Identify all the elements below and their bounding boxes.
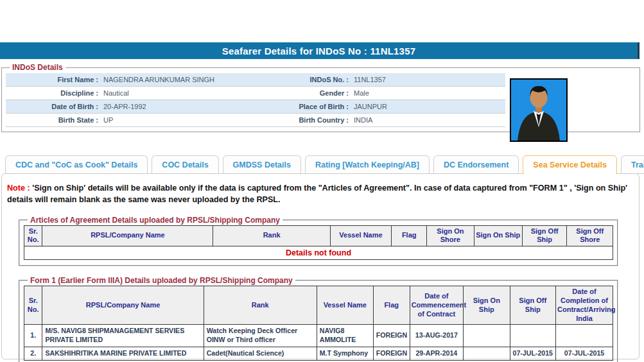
table-header-cell: Sr. No. (24, 225, 42, 246)
table-row: 2.SAKSHIHRITIKA MARINE PRIVATE LIMITEDCa… (24, 347, 613, 360)
table-header-cell: Sign Off Shore (567, 225, 613, 246)
table-header-cell: Vessel Name (317, 286, 373, 325)
page-title: Seafarer Details for INDoS No : 11NL1357 (222, 46, 415, 56)
articles-legend: Articles of Agreement Details uploaded b… (28, 216, 283, 225)
tab-training-details[interactable]: Training Details (621, 155, 644, 174)
detail-label: Discipline : (6, 87, 103, 99)
detail-value: Nautical (103, 87, 278, 99)
note: Note : 'Sign on Ship' details will be av… (7, 182, 634, 206)
table-cell: SAKSHIHRITIKA MARINE PRIVATE LIMITED (42, 347, 204, 360)
seafarer-photo (510, 78, 568, 142)
articles-of-agreement-table: Sr. No.RPSL/Company NameRankVessel NameF… (24, 225, 613, 261)
top-whitespace (0, 0, 644, 42)
table-header-cell: Flag (373, 286, 410, 325)
table-header-cell: RPSL/Company Name (42, 225, 213, 246)
detail-label: Date of Birth : (6, 101, 103, 113)
detail-label: Birth Country : (278, 114, 354, 126)
table-cell: FOREIGN (373, 325, 410, 347)
table-cell: FOREIGN (373, 347, 410, 360)
table-header-cell: Flag (392, 225, 427, 246)
form1-fieldset: Form 1 (Earlier Form IIIA) Details uploa… (19, 276, 618, 362)
detail-label: First Name : (6, 74, 103, 86)
detail-value: JAUNPUR (354, 101, 505, 113)
table-header-cell: Sign On Ship (464, 286, 510, 325)
table-cell: Cadet(Nautical Science) (204, 347, 317, 360)
detail-value: 11NL1357 (354, 74, 505, 86)
table-header-cell: RPSL/Company Name (42, 286, 204, 325)
indos-details-grid: First Name :NAGENDRA ARUNKUMAR SINGHINDo… (6, 73, 505, 127)
table-empty-row: Details not found (24, 246, 613, 260)
detail-value: 20-APR-1992 (103, 101, 278, 113)
table-cell: Watch Keeping Deck Officer OINW or Third… (204, 325, 317, 347)
detail-row: Date of Birth :20-APR-1992Place of Birth… (6, 100, 505, 114)
table-cell: 29-APR-2014 (410, 347, 463, 360)
tab-sea-service-details[interactable]: Sea Service Details (523, 155, 617, 174)
table-header-cell: Sign On Shore (427, 225, 474, 246)
table-cell (510, 325, 556, 347)
tab-coc-details[interactable]: COC Details (152, 155, 218, 174)
detail-label: INDoS No. : (278, 74, 354, 86)
table-cell: NAVIG8 AMMOLITE (317, 325, 373, 347)
note-label: Note : (7, 184, 30, 193)
table-cell: 1. (24, 325, 42, 347)
table-row: 1.M/S. NAVIG8 SHIPMANAGEMENT SERVIES PRI… (24, 325, 613, 347)
table-header-cell: Sign On Ship (474, 225, 522, 246)
detail-value: NAGENDRA ARUNKUMAR SINGH (103, 74, 278, 86)
table-header-cell: Vessel Name (330, 225, 391, 246)
table-header-cell: Rank (204, 286, 317, 325)
table-cell: M.T Symphony (317, 347, 373, 360)
tab-bar: CDC and "CoC as Cook" DetailsCOC Details… (5, 155, 644, 174)
tab-dc-endorsement[interactable]: DC Endorsement (433, 155, 519, 174)
detail-row: First Name :NAGENDRA ARUNKUMAR SINGHINDo… (6, 73, 505, 87)
table-cell (464, 347, 510, 360)
detail-row: Discipline :NauticalGender :Male (6, 87, 505, 100)
tab-panel: Note : 'Sign on Ship' details will be av… (1, 173, 640, 359)
indos-details-legend: INDoS Details (10, 63, 65, 72)
detail-value: Male (354, 87, 505, 99)
table-cell (464, 325, 510, 347)
table-header-cell: Date of Commencement of Contract (410, 286, 463, 325)
tab-gmdss-details[interactable]: GMDSS Details (223, 155, 301, 174)
note-text: 'Sign on Ship' details will be available… (7, 184, 627, 204)
table-header-cell: Rank (213, 225, 330, 246)
table-header-cell: Sr. No. (24, 286, 42, 325)
table-header-row: Sr. No.RPSL/Company NameRankVessel NameF… (24, 225, 613, 246)
table-cell (556, 325, 613, 347)
form1-table: Sr. No.RPSL/Company NameRankVessel NameF… (24, 286, 613, 360)
table-cell: 13-AUG-2017 (410, 325, 463, 347)
detail-label: Gender : (278, 87, 354, 99)
form1-legend: Form 1 (Earlier Form IIIA) Details uploa… (28, 276, 295, 285)
indos-details-fieldset: INDoS Details First Name :NAGENDRA ARUNK… (1, 63, 640, 132)
table-header-cell: Date of Completion of Contract/Arriving … (556, 286, 613, 325)
detail-label: Birth State : (6, 114, 103, 126)
detail-value: INDIA (354, 114, 505, 126)
table-header-cell: Sign Off Ship (522, 225, 567, 246)
detail-row: Birth State :UPBirth Country :INDIA (6, 114, 505, 127)
title-bar: Seafarer Details for INDoS No : 11NL1357 (0, 42, 640, 59)
table-cell: 2. (24, 347, 42, 360)
detail-label: Place of Birth : (278, 101, 354, 113)
table-empty-cell: Details not found (24, 246, 613, 260)
table-header-cell: Sign Off Ship (510, 286, 556, 325)
table-cell: 07-JUL-2015 (556, 347, 613, 360)
articles-of-agreement-fieldset: Articles of Agreement Details uploaded b… (19, 216, 618, 267)
table-cell: 07-JUL-2015 (510, 347, 556, 360)
table-cell: M/S. NAVIG8 SHIPMANAGEMENT SERVIES PRIVA… (42, 325, 204, 347)
table-header-row: Sr. No.RPSL/Company NameRankVessel NameF… (24, 286, 613, 325)
person-portrait-icon (511, 80, 566, 141)
tab-rating-watch-keeping-ab[interactable]: Rating [Watch Keeping/AB] (305, 155, 430, 174)
tab-cdc-and-coc-as-cook-details[interactable]: CDC and "CoC as Cook" Details (5, 155, 148, 174)
detail-value: UP (103, 114, 278, 126)
